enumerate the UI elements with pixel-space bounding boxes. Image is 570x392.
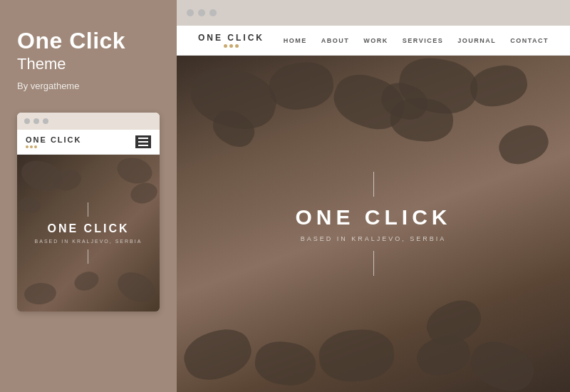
dot-2 [33,118,39,124]
browser-dot-1 [187,9,194,16]
desktop-logo-dot-2 [229,44,233,48]
browser-dot-3 [209,9,217,16]
nav-link-contact[interactable]: CONTACT [510,37,549,44]
hero-main-title: ONE CLICK [296,205,452,229]
hamburger-button[interactable] [135,135,151,148]
mobile-hero: ONE CLICK BASED IN KRALJEVO, SERBIA [17,155,160,311]
hamburger-line-2 [138,141,148,143]
mobile-logo-dots [26,145,82,148]
mobile-preview-card: ONE CLICK [17,113,160,311]
nav-link-services[interactable]: SERVICES [403,37,443,44]
hamburger-line-3 [138,145,148,146]
desktop-hero-content: ONE CLICK BASED IN KRALJEVO, SERBIA [296,172,452,276]
dot-3 [43,118,48,124]
browser-dot-2 [198,9,205,16]
hero-line-bottom [373,251,374,276]
nav-link-journal[interactable]: JOURNAL [457,37,496,44]
right-panel: ONE CLICK HOME ABOUT WORK SERVICES JOURN… [177,0,570,392]
left-panel: One Click Theme By vergatheme ONE CLICK [0,0,177,392]
mobile-hero-subtitle: BASED IN KRALJEVO, SERBIA [35,239,142,244]
desktop-preview: ONE CLICK HOME ABOUT WORK SERVICES JOURN… [177,26,570,392]
desktop-logo-dot-3 [235,44,239,48]
hamburger-line-1 [138,138,148,139]
mobile-hero-title: ONE CLICK [35,222,142,235]
desktop-nav: ONE CLICK HOME ABOUT WORK SERVICES JOURN… [177,26,570,56]
logo-dot-3 [34,145,37,148]
desktop-logo-dot-1 [224,44,227,48]
theme-subtitle: Theme [17,55,66,73]
hero-tagline: BASED IN KRALJEVO, SERBIA [296,235,452,242]
mobile-hero-line-bottom [88,249,88,264]
nav-link-about[interactable]: ABOUT [321,37,350,44]
mobile-logo-text: ONE CLICK [26,135,82,144]
dot-1 [24,118,30,124]
hero-line-top [373,172,374,197]
mobile-nav-bar: ONE CLICK [17,130,160,155]
logo-dot-1 [26,145,28,148]
desktop-nav-links: HOME ABOUT WORK SERVICES JOURNAL CONTACT [284,37,549,44]
nav-link-home[interactable]: HOME [284,37,307,44]
desktop-logo-dots [224,44,239,48]
mobile-hero-line-top [88,202,88,217]
desktop-hero: ONE CLICK BASED IN KRALJEVO, SERBIA [177,56,570,392]
nav-link-work[interactable]: WORK [363,37,388,44]
mobile-hero-content: ONE CLICK BASED IN KRALJEVO, SERBIA [35,202,142,264]
mobile-logo: ONE CLICK [26,135,82,148]
theme-title: One Click [17,29,125,53]
logo-dot-2 [30,145,33,148]
desktop-logo-text: ONE CLICK [198,33,264,43]
theme-author: By vergatheme [17,81,79,91]
browser-chrome [177,0,570,26]
mobile-card-top-bar [17,113,160,130]
desktop-logo: ONE CLICK [198,33,264,48]
